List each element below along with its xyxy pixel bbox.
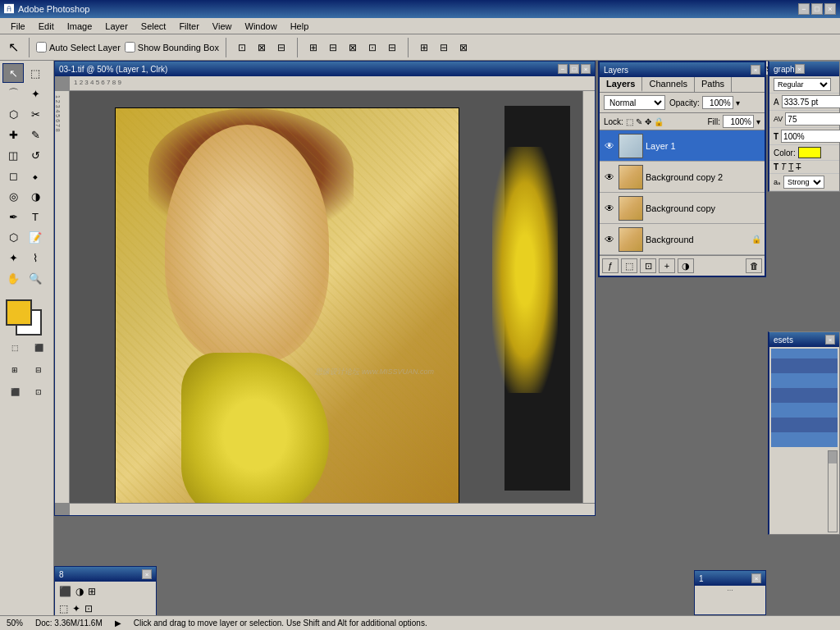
opacity-input[interactable] [702,96,733,109]
canvas-content[interactable]: 思缘设计论坛 www.MISSVUAN.com [70,91,582,503]
arrange-btn-1[interactable]: ⊞ [415,39,433,57]
text-color-swatch[interactable] [798,147,821,158]
leading-input[interactable] [785,112,840,126]
arrange-btn-3[interactable]: ⊠ [454,39,472,57]
transform-btn-2[interactable]: ⊠ [253,39,271,57]
mini-tool-icon-4[interactable]: ⬚ [59,603,68,614]
status-arrow-icon[interactable]: ▶ [115,619,121,628]
align-btn-4[interactable]: ⊡ [363,39,381,57]
stamp-tool[interactable]: ◫ [2,145,24,165]
layer-item-layer1[interactable]: 👁 Layer 1 [600,130,765,162]
pen-tool[interactable]: ✒ [2,207,24,226]
shape-tool[interactable]: ⬡ [2,227,24,247]
healing-tool[interactable]: ✚ [2,125,24,144]
presets-close-btn[interactable]: × [825,335,835,345]
lock-transparent-btn[interactable]: ⬚ [626,117,633,126]
arrange-btn-2[interactable]: ⊟ [435,39,453,57]
delete-layer-btn[interactable]: 🗑 [746,258,762,273]
blend-mode-select[interactable]: Normal [604,95,665,110]
extra-btn[interactable]: ⊡ [28,382,49,402]
full-mode-btn[interactable]: ⊟ [28,360,49,380]
jump-btn[interactable]: ⬛ [4,382,25,402]
layer-item-bgcopy[interactable]: 👁 Background copy [600,193,765,224]
move-tool-icon[interactable]: ↖ [4,39,22,57]
mini-win-1-btn[interactable]: × [142,569,152,579]
anti-alias-select[interactable]: Strong [783,176,824,189]
menu-edit[interactable]: Edit [32,20,61,33]
align-btn-2[interactable]: ⊟ [324,39,342,57]
transform-btn-3[interactable]: ⊟ [272,39,290,57]
menu-filter[interactable]: Filter [172,20,205,33]
fill-arrow[interactable]: ▾ [756,117,760,126]
mini-tool-icon-1[interactable]: ⬛ [59,586,71,597]
tracking-input[interactable] [781,130,840,143]
text-tool[interactable]: T [25,207,46,226]
menu-select[interactable]: Select [135,20,173,33]
layer-item-bgcopy2[interactable]: 👁 Background copy 2 [600,162,765,193]
doc-close-btn[interactable]: × [581,64,591,74]
menu-file[interactable]: File [4,20,32,33]
mini-tool-icon-5[interactable]: ✦ [72,603,80,614]
menu-layer[interactable]: Layer [98,20,135,33]
history-tool[interactable]: ↺ [25,145,46,165]
text-style-italic[interactable]: T [781,162,786,171]
move-tool[interactable]: ↖ [2,63,24,83]
tab-channels[interactable]: Channels [642,77,694,92]
dodge-tool[interactable]: ◑ [25,186,46,206]
doc-maximize-btn[interactable]: □ [569,64,579,74]
layer-vis-bgcopy2[interactable]: 👁 [603,171,616,184]
selection-tool[interactable]: ⬚ [25,63,46,83]
layer-vis-layer1[interactable]: 👁 [603,139,616,153]
mini-tool-icon-6[interactable]: ⊡ [84,603,93,614]
fill-input[interactable] [723,115,754,128]
add-style-btn[interactable]: ƒ [602,258,619,273]
create-group-btn[interactable]: ⊡ [640,258,656,273]
presets-scrollbar-track[interactable] [828,450,838,532]
lock-position-btn[interactable]: ✥ [645,117,651,126]
blur-tool[interactable]: ◎ [2,186,24,206]
show-bounding-checkbox[interactable] [125,42,135,52]
slice-tool[interactable]: ✂ [25,104,46,124]
layer-vis-bgcopy[interactable]: 👁 [603,202,616,215]
align-btn-3[interactable]: ⊠ [344,39,362,57]
foreground-color[interactable] [6,299,32,326]
eraser-tool[interactable]: ◻ [2,166,24,185]
transform-btn-1[interactable]: ⊡ [233,39,251,57]
typo-panel-close[interactable]: × [795,64,805,74]
notes-tool[interactable]: 📝 [25,227,46,247]
menu-window[interactable]: Window [239,20,284,33]
maximize-button[interactable]: □ [811,3,823,15]
minimize-button[interactable]: − [798,3,810,15]
menu-help[interactable]: Help [284,20,316,33]
lasso-tool[interactable]: ⌒ [2,84,24,103]
menu-image[interactable]: Image [61,20,99,33]
text-style-underline[interactable]: T [788,162,793,171]
doc-minimize-btn[interactable]: − [558,64,568,74]
mini-win-2-close[interactable]: × [751,573,761,583]
brush-tool[interactable]: ✎ [25,125,46,144]
add-mask-btn[interactable]: ⬚ [621,258,637,273]
lock-image-btn[interactable]: ✎ [636,117,642,126]
create-layer-btn[interactable]: + [659,258,675,273]
tab-layers[interactable]: Layers [600,77,642,92]
crop-tool[interactable]: ⬡ [2,104,24,124]
align-btn-5[interactable]: ⊟ [383,39,401,57]
mini-tool-icon-3[interactable]: ⊞ [88,586,96,597]
layer-item-bg[interactable]: 👁 Background 🔒 [600,224,765,255]
measure-tool[interactable]: ⌇ [25,248,46,267]
tab-paths[interactable]: Paths [695,77,732,92]
quick-mask-btn[interactable]: ⬚ [4,338,25,358]
font-size-input[interactable] [782,95,840,108]
layer-vis-bg[interactable]: 👁 [603,233,616,246]
menu-view[interactable]: View [206,20,239,33]
doc-scrollbar-vertical[interactable] [582,91,595,503]
doc-scrollbar-horizontal[interactable] [70,503,595,515]
font-style-select[interactable]: Regular [774,78,831,91]
auto-select-checkbox[interactable] [36,42,47,52]
opacity-arrow[interactable]: ▾ [736,98,740,107]
presets-scrollbar-thumb[interactable] [829,451,837,463]
eyedropper-tool[interactable]: ✦ [2,248,24,267]
text-style-bold[interactable]: T [774,162,778,171]
hand-tool[interactable]: ✋ [2,268,24,288]
create-adjustment-btn[interactable]: ◑ [678,258,694,273]
